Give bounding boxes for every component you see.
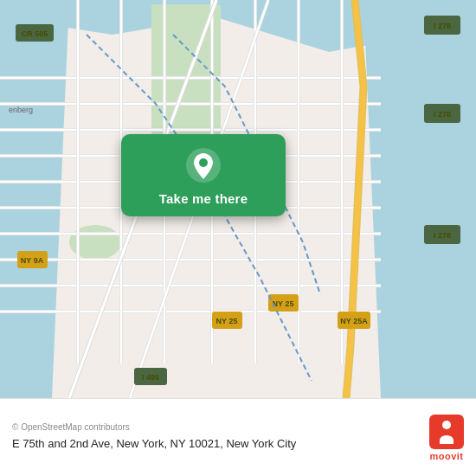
location-pin-icon — [184, 146, 222, 184]
address-text: E 75th and 2nd Ave, New York, NY 10021, … — [12, 436, 421, 452]
bottom-bar: © OpenStreetMap contributors E 75th and … — [0, 398, 476, 476]
svg-text:I 278: I 278 — [434, 110, 451, 119]
svg-point-66 — [442, 421, 451, 429]
bottom-bar-text-group: © OpenStreetMap contributors E 75th and … — [12, 422, 421, 452]
svg-point-64 — [199, 158, 208, 167]
svg-text:I 278: I 278 — [434, 231, 451, 240]
svg-text:I 495: I 495 — [142, 373, 159, 382]
moovit-logo[interactable]: moovit — [429, 415, 464, 461]
svg-text:CR 505: CR 505 — [22, 29, 48, 38]
svg-text:NY 9A: NY 9A — [21, 256, 44, 265]
take-me-there-button[interactable]: Take me there — [121, 134, 286, 216]
svg-marker-2 — [363, 0, 476, 398]
moovit-logo-icon — [429, 415, 464, 449]
moovit-label: moovit — [429, 451, 463, 461]
svg-text:NY 25A: NY 25A — [340, 317, 368, 325]
svg-text:I 278: I 278 — [434, 22, 451, 30]
svg-text:enberg: enberg — [9, 106, 33, 114]
map-container: I 278 I 278 I 278 NY 25 NY 25 NY 25A NY … — [0, 0, 476, 398]
svg-text:NY 25: NY 25 — [216, 317, 238, 325]
copyright-text: © OpenStreetMap contributors — [12, 422, 421, 432]
take-me-there-label: Take me there — [159, 191, 248, 206]
